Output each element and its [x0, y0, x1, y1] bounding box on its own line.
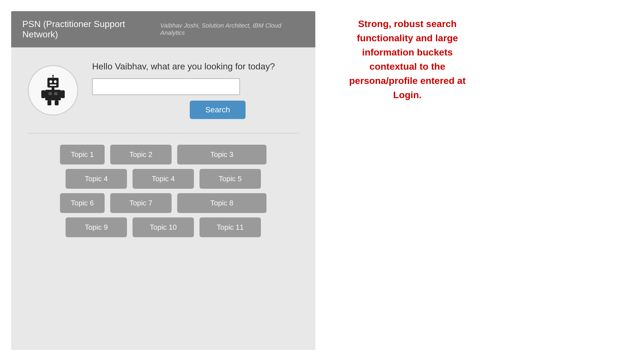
app-title: PSN (Practitioner Support Network): [22, 19, 160, 40]
search-section: Hello Vaibhav, what are you looking for …: [92, 61, 299, 119]
topic-button-11[interactable]: Topic 11: [200, 217, 261, 237]
topic-button-8[interactable]: Topic 8: [177, 193, 266, 213]
svg-rect-6: [52, 88, 54, 90]
svg-rect-12: [47, 100, 51, 105]
topic-button-4a[interactable]: Topic 4: [66, 169, 127, 189]
svg-rect-13: [55, 100, 59, 105]
topics-row-3: Topic 6 Topic 7 Topic 8: [60, 193, 266, 213]
main-panel: PSN (Practitioner Support Network) Vaibh…: [11, 11, 315, 350]
svg-rect-11: [61, 90, 65, 98]
topics-row-2: Topic 4 Topic 4 Topic 5: [66, 169, 261, 189]
topic-button-2[interactable]: Topic 2: [110, 145, 172, 164]
topic-button-9[interactable]: Topic 9: [66, 217, 127, 237]
section-divider: [28, 133, 299, 134]
svg-rect-8: [49, 92, 52, 95]
topic-button-7[interactable]: Topic 7: [110, 193, 172, 213]
user-subtitle: Vaibhav Joshi, Solution Architect, IBM C…: [160, 22, 304, 37]
svg-rect-5: [50, 84, 56, 86]
svg-rect-9: [54, 92, 57, 95]
greeting-text: Hello Vaibhav, what are you looking for …: [92, 61, 299, 72]
hero-section: Hello Vaibhav, what are you looking for …: [28, 61, 299, 119]
header-bar: PSN (Practitioner Support Network) Vaibh…: [11, 11, 315, 47]
svg-rect-0: [47, 78, 59, 88]
topic-button-6[interactable]: Topic 6: [60, 193, 105, 213]
content-area: Hello Vaibhav, what are you looking for …: [11, 47, 315, 350]
annotation-text: Strong, robust search functionality and …: [338, 17, 477, 102]
annotation-panel: Strong, robust search functionality and …: [315, 0, 644, 361]
topics-row-4: Topic 9 Topic 10 Topic 11: [66, 217, 261, 237]
svg-rect-10: [41, 90, 45, 98]
avatar: [28, 65, 78, 115]
topics-row-1: Topic 1 Topic 2 Topic 3: [60, 145, 266, 164]
robot-icon: [38, 75, 68, 106]
topic-button-10[interactable]: Topic 10: [133, 217, 194, 237]
search-input[interactable]: [92, 78, 240, 95]
topic-button-3[interactable]: Topic 3: [177, 145, 266, 164]
svg-point-4: [52, 75, 54, 76]
search-button[interactable]: Search: [190, 101, 246, 119]
topics-grid: Topic 1 Topic 2 Topic 3 Topic 4 Topic 4 …: [28, 145, 299, 237]
topic-button-5[interactable]: Topic 5: [200, 169, 261, 189]
topic-button-1[interactable]: Topic 1: [60, 145, 105, 164]
svg-rect-7: [45, 90, 61, 100]
svg-point-2: [54, 80, 57, 83]
svg-point-1: [49, 80, 52, 83]
topic-button-4b[interactable]: Topic 4: [133, 169, 194, 189]
